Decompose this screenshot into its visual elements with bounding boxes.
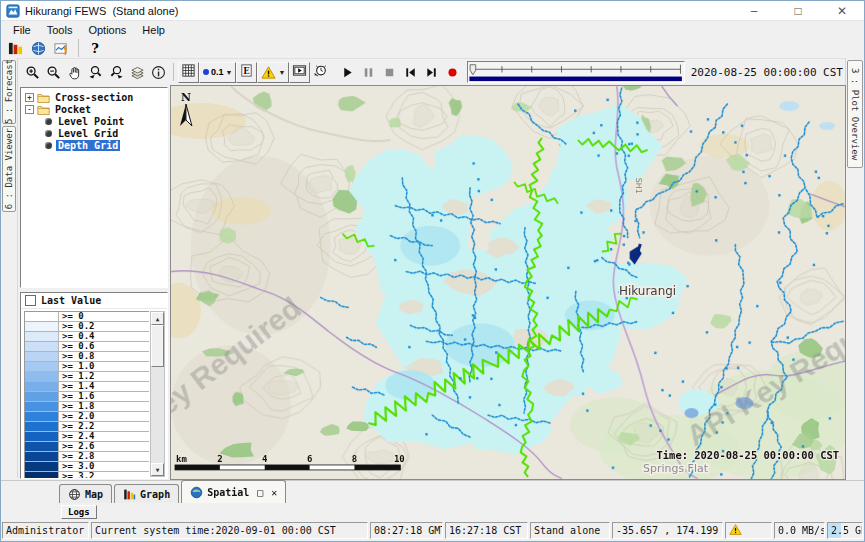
info-button[interactable] — [148, 62, 169, 83]
legend-value-label: >= 0.2 — [59, 322, 149, 331]
legend-color-swatch — [25, 382, 59, 391]
legend-color-swatch — [25, 422, 59, 431]
step-backward-button[interactable] — [400, 62, 421, 83]
legend-color-swatch — [25, 452, 59, 461]
tree-expander-icon[interactable]: - — [25, 105, 34, 114]
threshold-dropdown[interactable]: 0.1 ▼ — [199, 62, 236, 83]
map-globe-button[interactable] — [28, 38, 49, 59]
tree-node-pocket[interactable]: -Pocket — [21, 103, 167, 115]
step-forward-button[interactable] — [421, 62, 442, 83]
legend-value-label: >= 0 — [59, 312, 149, 321]
status-segment: 0.0 MB/s — [774, 522, 825, 539]
svg-text:Springs Flat: Springs Flat — [643, 462, 709, 475]
layers-button[interactable] — [127, 62, 148, 83]
sidebar-tab-plot-overview[interactable]: 3 : Plot Overview — [847, 60, 863, 168]
fews-logo-icon — [6, 4, 20, 18]
legend-value-label: >= 2.6 — [59, 442, 149, 451]
minimize-button[interactable]: – — [732, 1, 776, 20]
legend-color-swatch — [25, 362, 59, 371]
tree-node-label: Cross-section — [53, 92, 135, 103]
svg-text:4: 4 — [262, 454, 267, 464]
pause-button[interactable] — [358, 62, 379, 83]
sidebar-tab-forecast[interactable]: 5 : Forecast — [2, 60, 16, 124]
maximize-button[interactable]: □ — [776, 1, 820, 20]
legend-scrollbar[interactable]: ▲ ▼ — [150, 311, 165, 477]
tree-node-level-grid[interactable]: Level Grid — [21, 127, 167, 139]
grid-button[interactable] — [178, 62, 199, 83]
legend-row: >= 3.2 — [25, 472, 149, 479]
legend-color-swatch — [25, 352, 59, 361]
timeline-slider[interactable] — [467, 61, 684, 83]
stop-button[interactable] — [379, 62, 400, 83]
legend-value-label: >= 1.0 — [59, 362, 149, 371]
pan-button[interactable] — [64, 62, 85, 83]
status-segment: 08:27:18 GMT — [370, 522, 443, 539]
legend-value-label: >= 2.0 — [59, 412, 149, 421]
map-canvas[interactable]: API Key Required API Key Required Hikura… — [170, 85, 846, 480]
last-value-checkbox[interactable] — [25, 295, 36, 306]
tree-node-level-point[interactable]: Level Point — [21, 115, 167, 127]
menu-help[interactable]: Help — [134, 23, 173, 37]
title-bar: Hikurangi FEWS (Stand alone) – □ ✕ — [1, 1, 864, 21]
graphs-button[interactable] — [51, 38, 72, 59]
zoom-next-button[interactable] — [106, 62, 127, 83]
bar-chart-icon — [123, 488, 136, 501]
status-segment: -35.657 , 174.199 — [612, 522, 723, 539]
scroll-down-icon[interactable]: ▼ — [151, 463, 164, 476]
animation-button[interactable] — [289, 62, 310, 83]
legend-value-label: >= 0.4 — [59, 332, 149, 341]
labels-button[interactable]: E — [236, 62, 257, 83]
legend-color-swatch — [25, 312, 59, 321]
explorer-button[interactable] — [5, 38, 26, 59]
menu-tools[interactable]: Tools — [39, 23, 81, 37]
zoom-in-button[interactable] — [22, 62, 43, 83]
help-button[interactable]: ? — [85, 38, 105, 58]
legend-value-label: >= 2.2 — [59, 422, 149, 431]
tree-node-depth-grid[interactable]: Depth Grid — [21, 139, 167, 151]
logs-button[interactable]: Logs — [61, 505, 97, 519]
legend-color-swatch — [25, 392, 59, 401]
legend-color-swatch — [25, 432, 59, 441]
tree-expander-icon[interactable]: + — [25, 93, 34, 102]
view-tab-bar: MapGraphSpatial□✕ — [1, 480, 864, 503]
status-segment: Current system time:2020-09-01 00:00 CST — [91, 522, 368, 539]
tab-graph[interactable]: Graph — [114, 484, 179, 503]
play-button[interactable] — [337, 62, 358, 83]
legend-color-swatch — [25, 462, 59, 471]
labels-icon: E — [239, 63, 254, 81]
tab-map[interactable]: Map — [59, 484, 112, 503]
legend-value-label: >= 1.8 — [59, 402, 149, 411]
window-title: Hikurangi FEWS (Stand alone) — [25, 5, 178, 17]
tree-node-cross-section[interactable]: +Cross-section — [21, 91, 167, 103]
scrollbar-thumb[interactable] — [151, 325, 164, 367]
timer-button[interactable] — [310, 62, 331, 83]
legend-value-label: >= 3.2 — [59, 472, 149, 479]
menu-options[interactable]: Options — [80, 23, 134, 37]
svg-text:8: 8 — [352, 454, 357, 464]
chevron-down-icon: ▼ — [278, 69, 285, 76]
warnings-dropdown[interactable]: ▼ — [257, 62, 289, 83]
tab-restore-icon[interactable]: □ — [257, 487, 263, 498]
tree-node-label: Level Point — [56, 116, 126, 127]
left-tab-strip: 5 : Forecast 6 : Data Viewer — [1, 58, 18, 478]
animation-icon — [292, 63, 307, 81]
sidebar-tab-data-viewer[interactable]: 6 : Data Viewer — [2, 126, 16, 212]
folder-icon — [37, 92, 50, 103]
threshold-dot-icon — [203, 69, 209, 75]
zoom-previous-button[interactable] — [85, 62, 106, 83]
close-button[interactable]: ✕ — [820, 1, 864, 20]
record-button[interactable] — [442, 62, 463, 83]
tab-label: Spatial — [207, 487, 249, 498]
tab-spatial[interactable]: Spatial□✕ — [181, 480, 286, 503]
svg-text:6: 6 — [307, 454, 312, 464]
tab-close-icon[interactable]: ✕ — [271, 487, 277, 498]
zoom-out-button[interactable] — [43, 62, 64, 83]
legend-value-label: >= 1.4 — [59, 382, 149, 391]
menu-bar: FileToolsOptionsHelp — [1, 21, 864, 38]
menu-file[interactable]: File — [5, 23, 39, 37]
globe-wire-icon — [68, 488, 81, 501]
scroll-up-icon[interactable]: ▲ — [151, 312, 164, 325]
threshold-value: 0.1 — [211, 67, 224, 77]
svg-text:Hikurangi: Hikurangi — [619, 284, 676, 298]
globe-blue-icon — [190, 486, 203, 499]
